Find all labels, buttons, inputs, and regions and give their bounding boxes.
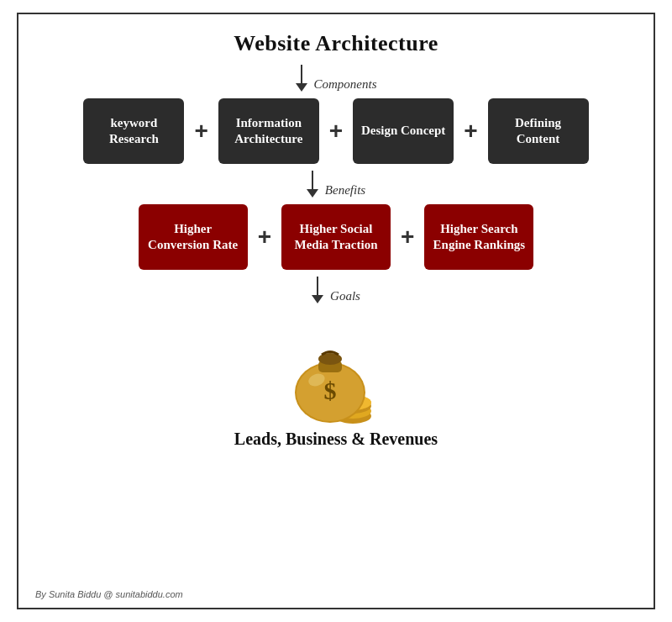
benefit-search-engine: Higher Search Engine Rankings: [424, 204, 533, 270]
benefits-arrow-row: Benefits: [307, 171, 365, 198]
page-title: Website Architecture: [234, 31, 438, 56]
arrow-down-components: [296, 65, 307, 92]
plus-5: +: [401, 224, 414, 250]
money-bag-icon: $ $: [281, 308, 391, 426]
plus-4: +: [258, 224, 271, 250]
component-defining-content: Defining Content: [488, 98, 589, 164]
components-row: keyword Research + Information Architect…: [83, 98, 588, 164]
footer-credit: By Sunita Biddu @ sunitabiddu.com: [35, 589, 183, 599]
benefits-row: Higher Conversion Rate + Higher Social M…: [139, 204, 534, 270]
arrow-down-goals: [312, 277, 323, 303]
plus-2: +: [329, 118, 343, 145]
goals-label: Goals: [330, 289, 360, 303]
component-design-concept: Design Concept: [353, 98, 454, 164]
components-arrow-row: Components: [296, 65, 377, 92]
benefit-social-media: Higher Social Media Traction: [281, 204, 391, 270]
plus-1: +: [194, 118, 207, 145]
components-label: Components: [314, 77, 377, 92]
money-section: $ $ Leads, Business & Revenues: [234, 308, 438, 449]
leads-label: Leads, Business & Revenues: [234, 430, 438, 449]
component-information-architecture: Information Architecture: [218, 98, 319, 164]
svg-text:$: $: [323, 377, 336, 404]
arrow-down-benefits: [307, 171, 318, 198]
benefit-conversion-rate: Higher Conversion Rate: [139, 204, 248, 270]
diagram-container: Website Architecture Components keyword …: [17, 13, 655, 609]
component-keyword-research: keyword Research: [83, 98, 184, 164]
goals-arrow-row: Goals: [312, 277, 360, 303]
plus-3: +: [464, 118, 477, 145]
benefits-label: Benefits: [325, 183, 365, 198]
